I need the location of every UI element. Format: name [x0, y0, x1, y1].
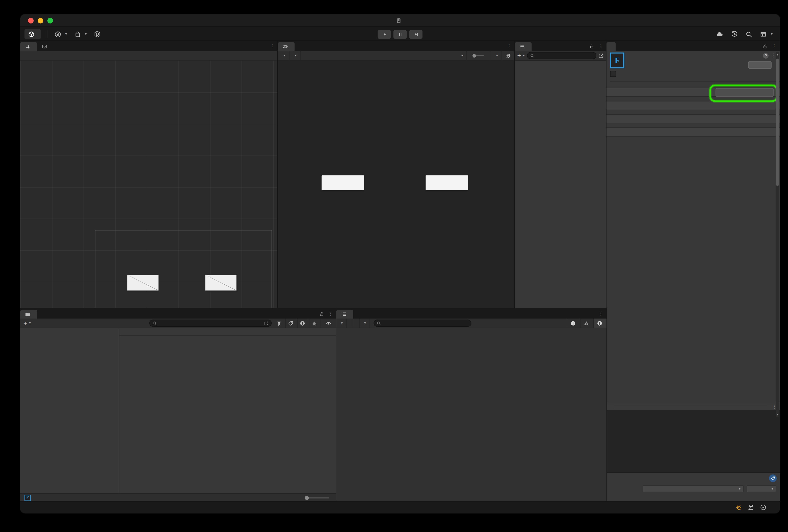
create-caret-icon[interactable]: ▾	[29, 321, 31, 325]
help-icon[interactable]: ?	[763, 53, 769, 59]
display-dropdown[interactable]: ▾	[289, 51, 301, 60]
tab-game[interactable]	[278, 42, 295, 51]
game-toolbar: ▾ ▾ ▾ ▾	[278, 51, 515, 61]
drag-handle[interactable]	[613, 405, 767, 408]
tab-scene[interactable]	[20, 42, 37, 51]
lock-icon[interactable]	[319, 312, 324, 317]
editor-dropdown[interactable]: ▾	[359, 318, 370, 328]
dashboard-button[interactable]	[94, 31, 101, 38]
activity-check-icon[interactable]	[760, 504, 767, 511]
console-tabbar: ⋮	[336, 308, 607, 318]
error-pause-button[interactable]	[353, 318, 360, 328]
project-panel: ⋮ + ▾	[20, 308, 336, 501]
preview-area	[607, 410, 780, 473]
lock-icon[interactable]	[589, 44, 594, 49]
cache-server-icon[interactable]	[748, 504, 754, 511]
aspect-dropdown[interactable]: ▾	[301, 51, 467, 60]
lock-icon[interactable]	[763, 44, 768, 49]
create-asset-button[interactable]: +	[23, 319, 27, 327]
star-icon	[311, 320, 317, 326]
kebab-icon[interactable]: ⋮	[270, 44, 275, 49]
debug-button[interactable]	[502, 51, 515, 60]
search-icon[interactable]	[746, 31, 752, 37]
face-info-header[interactable]	[607, 87, 780, 97]
console-icon	[341, 312, 347, 317]
addressable-checkbox[interactable]	[610, 71, 616, 77]
account-menu[interactable]: ▾	[55, 31, 67, 37]
preview-header[interactable]: ⋮	[607, 402, 780, 410]
step-button[interactable]	[409, 30, 422, 38]
font-weights-columns	[607, 139, 780, 145]
font-weights-header[interactable]	[607, 127, 780, 137]
warning-count-badge[interactable]	[580, 318, 593, 328]
tab-hierarchy[interactable]	[515, 42, 532, 51]
warning-icon	[584, 320, 589, 326]
search-by-import-log-button[interactable]	[297, 318, 307, 328]
cloud-icon[interactable]	[716, 31, 723, 38]
favorites-filter-button[interactable]	[309, 318, 318, 328]
atlas-material-header[interactable]	[607, 114, 780, 123]
asset-header: F ? ⋮	[607, 51, 780, 83]
kebab-icon[interactable]: ⋮	[771, 53, 776, 58]
console-search-input[interactable]	[374, 319, 471, 327]
console-log-area[interactable]	[336, 328, 607, 501]
tab-console[interactable]	[336, 310, 353, 318]
add-object-button[interactable]: +	[517, 52, 521, 59]
unity-hub-button[interactable]	[24, 29, 41, 39]
hierarchy-search-input[interactable]	[527, 52, 596, 59]
inspector-scrollbar[interactable]: ▲ ▼	[776, 52, 779, 417]
person-icon	[55, 31, 61, 37]
game-mode-dropdown[interactable]: ▾	[278, 51, 289, 60]
info-count-badge[interactable]	[567, 318, 580, 328]
collapse-button[interactable]	[347, 318, 353, 328]
kebab-icon[interactable]: ⋮	[598, 44, 603, 49]
game-choice-button-1[interactable]	[322, 175, 364, 190]
undo-history-icon[interactable]	[731, 31, 738, 38]
scene-choice-button-1[interactable]	[127, 275, 159, 291]
pause-button[interactable]	[393, 30, 407, 38]
thumbnail-size-slider[interactable]	[305, 496, 329, 500]
add-caret-icon[interactable]: ▾	[523, 54, 525, 58]
error-icon	[597, 320, 603, 326]
debugger-bug-icon[interactable]	[735, 504, 742, 511]
tab-inspector[interactable]	[607, 42, 616, 51]
error-count-badge[interactable]	[593, 318, 607, 328]
assetbundle-dropdown[interactable]: ▾	[643, 485, 744, 493]
tab-ui-builder[interactable]	[37, 42, 54, 51]
scene-choice-button-2[interactable]	[205, 275, 237, 291]
kebab-icon[interactable]: ⋮	[771, 44, 776, 49]
scrollbar-thumb[interactable]	[776, 59, 779, 186]
search-by-label-button[interactable]	[285, 318, 295, 328]
hidden-count-button[interactable]	[320, 318, 336, 328]
scale-slider[interactable]	[467, 51, 491, 60]
search-by-type-button[interactable]	[274, 318, 283, 328]
tab-project[interactable]	[20, 310, 37, 318]
grid-icon	[25, 44, 31, 50]
layout-dropdown[interactable]: ▾	[760, 31, 773, 37]
toolbar-right: ▾	[716, 31, 772, 38]
asset-store-menu[interactable]: ▾	[74, 31, 87, 37]
game-viewport[interactable]	[278, 61, 515, 308]
play-button[interactable]	[378, 30, 391, 38]
update-atlas-texture-button[interactable]	[715, 88, 773, 97]
project-tabbar: ⋮	[20, 308, 336, 318]
clear-button[interactable]: ▾	[336, 318, 347, 328]
scene-canvas-outline[interactable]	[95, 230, 272, 308]
kebab-icon[interactable]: ⋮	[328, 312, 333, 317]
focus-mode-dropdown[interactable]: ▾	[490, 51, 502, 60]
unity-logo-icon	[28, 31, 35, 37]
picker-icon[interactable]	[598, 53, 604, 58]
addressable-tag-button[interactable]	[769, 475, 776, 482]
open-button[interactable]	[748, 61, 772, 69]
kebab-icon[interactable]: ⋮	[507, 44, 512, 49]
scene-viewport[interactable]	[20, 61, 278, 308]
picker-icon[interactable]	[264, 321, 269, 326]
kebab-icon[interactable]: ⋮	[598, 312, 603, 317]
game-choice-button-2[interactable]	[426, 175, 468, 190]
assetbundle-variant-dropdown[interactable]: ▾	[747, 485, 776, 493]
generation-settings-header[interactable]	[607, 101, 780, 110]
font-asset-icon: F	[24, 495, 31, 501]
project-search-input[interactable]	[150, 319, 272, 327]
scale-knob[interactable]	[473, 54, 476, 57]
tag-icon	[288, 320, 293, 326]
